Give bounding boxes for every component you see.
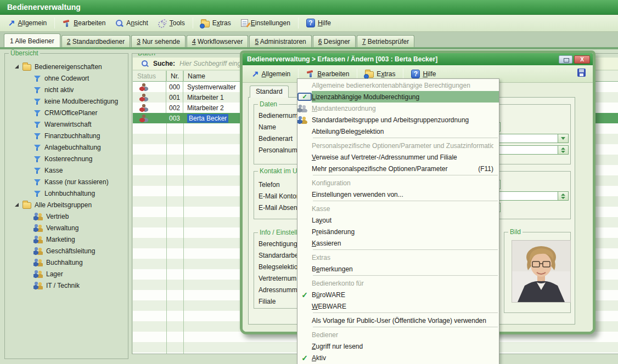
menu-item-label: Mandantenzuordnung <box>312 105 493 112</box>
tree-item[interactable]: ohne Codewort <box>5 72 128 84</box>
field-button[interactable] <box>558 192 568 200</box>
tree-item[interactable]: Bedienereigenschaften <box>5 61 128 72</box>
field-label: E-Mail Konton <box>259 192 300 200</box>
uebersicht-legend: Übersicht <box>9 49 40 57</box>
view-tab[interactable]: 4 Workflowserver <box>187 35 248 47</box>
menu-item[interactable]: Mehr personalspezifische Optionen/Parame… <box>297 163 499 174</box>
menu-item[interactable]: Als Vorlage für Public-User (Öffentliche… <box>297 315 499 326</box>
user-status-icon <box>139 114 148 122</box>
row-name: Mitarbeiter 2 <box>187 104 224 112</box>
menubar-item[interactable]: Einstellungen <box>236 18 295 29</box>
menu-item-label: Lizenzabhängige Modulberechtigung <box>312 93 493 101</box>
menu-item[interactable]: WEBWARE <box>297 300 499 312</box>
menu-item[interactable]: Standardarbeitsgruppe und Arbeitsgruppen… <box>297 114 499 126</box>
menubar-item[interactable]: Tools <box>153 18 190 29</box>
tree-item-label: Marketing <box>46 236 75 243</box>
menu-item[interactable]: Aktiv <box>297 352 499 363</box>
menu-item-label: Aktiv <box>312 354 493 362</box>
window-titlebar[interactable]: Bedienerverwaltung <box>0 0 618 15</box>
menu-item-icon <box>297 354 312 362</box>
dialog-menubar-item[interactable]: Bearbeiten <box>301 68 354 79</box>
menu-item[interactable]: Abteilung/Belegselektion <box>297 126 499 137</box>
menu-item[interactable]: Kassieren <box>297 237 499 249</box>
tree-item-label: Bedienereigenschaften <box>35 63 102 71</box>
menubar-item-icon <box>63 19 71 27</box>
menu-item <box>313 275 498 277</box>
menubar-item[interactable]: Hilfe <box>301 17 336 29</box>
menubar-item <box>298 18 299 29</box>
tree-item[interactable]: Kostenrechnung <box>5 153 128 164</box>
field-label: Standardarbe <box>259 252 300 259</box>
tree-item[interactable]: Lohnbuchhaltung <box>5 187 128 199</box>
menubar-item[interactable]: Extras <box>196 18 236 29</box>
field-button[interactable] <box>558 146 568 154</box>
menu-item-label: Mehr personalspezifische Optionen/Parame… <box>312 165 478 173</box>
view-tab[interactable]: 6 Designer <box>313 35 356 47</box>
menu-item-label: Allgemeine bedienerkontenabhängige Berec… <box>312 82 493 89</box>
tree-item[interactable]: CRM/OfficePlaner <box>5 107 128 118</box>
tree-item[interactable]: Kasse (nur kassieren) <box>5 176 128 187</box>
view-tab[interactable]: 2 Standardbediener <box>61 35 130 47</box>
tree-item[interactable]: Marketing <box>5 234 128 245</box>
view-tab[interactable]: 3 Nur sehende <box>131 35 186 47</box>
menu-item-icon <box>297 116 312 124</box>
tree-item[interactable]: IT / Technik <box>5 280 128 291</box>
menubar-item <box>54 18 55 29</box>
restore-button[interactable] <box>559 55 572 64</box>
dialog-menubar-item <box>403 69 403 79</box>
tree-item[interactable]: Lager <box>5 268 128 280</box>
dialog-title: Bedienerverwaltung > Erfassen / Ändern [… <box>247 55 559 63</box>
dialog-menubar-item[interactable]: Allgemein <box>247 67 295 81</box>
tree-item[interactable]: Vertrieb <box>5 211 128 222</box>
column-header-nr[interactable]: Nr. <box>166 71 183 81</box>
tree-item[interactable]: Verwaltung <box>5 222 128 234</box>
tree-item-icon <box>33 121 41 128</box>
dialog-titlebar[interactable]: Bedienerverwaltung > Erfassen / Ändern [… <box>243 53 593 65</box>
dialog-bild-group: Bild <box>504 232 571 313</box>
row-number: 002 <box>166 103 183 113</box>
tree-item[interactable]: Geschäftsleitung <box>5 245 128 257</box>
menu-item[interactable]: Einstellungen verwenden von... <box>297 189 499 200</box>
view-tab[interactable]: 5 Administratoren <box>249 35 311 47</box>
menu-item[interactable]: Mandantenzuordnung <box>297 103 499 114</box>
tree-item[interactable]: Buchhaltung <box>5 257 128 268</box>
tree-item-label: keine Modulberechtigung <box>44 98 118 105</box>
menubar-item-icon <box>158 19 167 27</box>
tree-item[interactable]: Alle Arbeitsgruppen <box>5 199 128 211</box>
tree-item[interactable]: Anlagebuchhaltung <box>5 141 128 153</box>
menu-item[interactable]: Verweise auf Vertreter-/Adressnummer und… <box>297 151 499 163</box>
view-tab[interactable]: 1 Alle Bediener <box>4 33 60 47</box>
menu-item <box>313 201 498 202</box>
menu-item[interactable]: Preisänderung <box>297 226 499 237</box>
menu-item[interactable]: Bemerkungen <box>297 263 499 275</box>
window-title: Bedienerverwaltung <box>7 3 81 12</box>
tree-item-icon <box>33 258 43 266</box>
menubar-item[interactable]: Allgemein <box>3 16 52 30</box>
tree-item-icon <box>33 212 43 220</box>
tab-standard[interactable]: Standard <box>250 86 289 98</box>
save-icon[interactable] <box>577 69 586 77</box>
menubar-item[interactable]: Bearbeiten <box>58 18 110 29</box>
tree-item-icon <box>33 247 43 255</box>
menu-item-icon <box>297 93 312 101</box>
field-button[interactable] <box>558 134 568 143</box>
column-header-status[interactable]: Status <box>133 71 166 81</box>
menubar-item[interactable]: Ansicht <box>110 18 153 29</box>
dialog-menubar-item-icon <box>365 71 374 78</box>
tree-item-label: Kasse <box>44 167 63 174</box>
menubar-item-icon <box>115 19 123 27</box>
tree-item[interactable]: Kasse <box>5 164 128 176</box>
menu-item[interactable]: BüroWARE <box>297 289 499 300</box>
tree-item[interactable]: Warenwirtschaft <box>5 118 128 130</box>
menu-item[interactable]: Zugriff nur lesend <box>297 340 499 352</box>
menu-item[interactable]: Layout <box>297 214 499 226</box>
tree-item[interactable]: nicht aktiv <box>5 84 128 95</box>
tree-item-icon <box>33 178 41 186</box>
menu-item: Konfiguration <box>297 177 499 189</box>
tree-item[interactable]: Finanzbuchhaltung <box>5 130 128 141</box>
tree-item[interactable]: keine Modulberechtigung <box>5 95 128 107</box>
view-tab[interactable]: 7 Betriebsprüfer <box>357 35 414 47</box>
close-button[interactable]: X <box>574 55 590 64</box>
dialog-menubar-item[interactable]: Extras <box>360 68 400 79</box>
menu-item[interactable]: Lizenzabhängige Modulberechtigung <box>297 91 499 103</box>
